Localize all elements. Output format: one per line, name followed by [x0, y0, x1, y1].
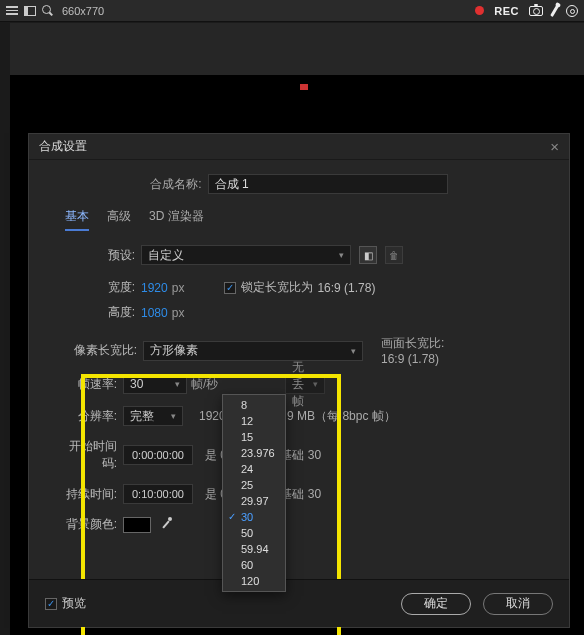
delete-preset-button[interactable]: 🗑	[385, 246, 403, 264]
resolution-label: 分辨率:	[57, 408, 117, 425]
width-label: 宽度:	[95, 279, 135, 296]
fps-option[interactable]: 60	[223, 557, 285, 573]
height-unit: px	[172, 306, 185, 320]
lock-aspect-label: 锁定长宽比为	[241, 279, 313, 296]
pixel-aspect-select[interactable]: 方形像素 ▾	[143, 341, 363, 361]
chevron-down-icon: ▾	[351, 346, 356, 356]
cancel-button[interactable]: 取消	[483, 593, 553, 615]
lock-aspect-checkbox[interactable]	[224, 282, 236, 294]
composition-settings-dialog: 合成设置 × 合成名称: 基本 高级 3D 渲染器 预设: 自定义 ▾ ◧ 🗑 …	[28, 133, 570, 628]
eyedropper-icon[interactable]	[159, 518, 173, 532]
fps-dropdown-list[interactable]: 8121523.976242529.97305059.9460120	[222, 394, 286, 592]
start-timecode-input[interactable]	[123, 445, 193, 465]
record-indicator-icon	[475, 6, 484, 15]
bgcolor-swatch[interactable]	[123, 517, 151, 533]
pixel-aspect-value: 方形像素	[150, 342, 198, 359]
frame-aspect-label: 画面长宽比:	[381, 335, 444, 352]
fps-value: 30	[130, 377, 143, 391]
fps-option[interactable]: 29.97	[223, 493, 285, 509]
lock-aspect-ratio: 16:9 (1.78)	[317, 281, 375, 295]
preview-label: 预览	[62, 595, 86, 612]
dialog-footer: 预览 确定 取消	[29, 579, 569, 627]
fps-option[interactable]: 15	[223, 429, 285, 445]
record-label[interactable]: REC	[494, 5, 519, 17]
frame-aspect-value: 16:9 (1.78)	[381, 352, 444, 366]
chevron-down-icon: ▾	[171, 411, 176, 421]
panel-icon[interactable]	[24, 6, 36, 16]
brush-icon[interactable]	[550, 5, 559, 17]
pixel-aspect-label: 像素长宽比:	[47, 342, 137, 359]
fps-option[interactable]: 12	[223, 413, 285, 429]
hamburger-icon[interactable]	[6, 6, 18, 15]
fps-option[interactable]: 30	[223, 509, 285, 525]
duration-label: 持续时间:	[57, 486, 117, 503]
playhead-marker-icon	[300, 84, 308, 90]
fps-option[interactable]: 25	[223, 477, 285, 493]
preset-select[interactable]: 自定义 ▾	[141, 245, 351, 265]
dialog-titlebar[interactable]: 合成设置 ×	[29, 134, 569, 160]
preview-checkbox[interactable]	[45, 598, 57, 610]
chevron-down-icon: ▾	[339, 250, 344, 260]
fps-unit-label: 帧/秒	[191, 376, 245, 393]
close-icon[interactable]: ×	[550, 138, 559, 155]
settings-icon[interactable]	[566, 5, 578, 17]
fps-label: 帧速率:	[57, 376, 117, 393]
dialog-tabs: 基本 高级 3D 渲染器	[47, 208, 551, 231]
comp-name-label: 合成名称:	[150, 176, 207, 193]
height-label: 高度:	[95, 304, 135, 321]
app-topbar: 660x770 REC	[0, 0, 584, 22]
fps-option[interactable]: 24	[223, 461, 285, 477]
resolution-value: 完整	[130, 408, 154, 425]
ok-button[interactable]: 确定	[401, 593, 471, 615]
chevron-down-icon: ▾	[313, 379, 318, 389]
preset-label: 预设:	[95, 247, 135, 264]
drop-frame-value: 无丢帧	[292, 359, 313, 410]
height-value[interactable]: 1080	[141, 306, 168, 320]
width-value[interactable]: 1920	[141, 281, 168, 295]
fps-option[interactable]: 50	[223, 525, 285, 541]
comp-name-input[interactable]	[208, 174, 448, 194]
duration-input[interactable]	[123, 484, 193, 504]
search-text[interactable]: 660x770	[62, 5, 104, 17]
fps-option[interactable]: 23.976	[223, 445, 285, 461]
drop-frame-select[interactable]: 无丢帧 ▾	[285, 374, 325, 394]
fps-option[interactable]: 120	[223, 573, 285, 589]
tab-advanced[interactable]: 高级	[107, 208, 131, 231]
tab-3d-renderer[interactable]: 3D 渲染器	[149, 208, 204, 231]
width-unit: px	[172, 281, 185, 295]
fps-option[interactable]: 59.94	[223, 541, 285, 557]
bgcolor-label: 背景颜色:	[57, 516, 117, 533]
save-preset-button[interactable]: ◧	[359, 246, 377, 264]
chevron-down-icon: ▾	[175, 379, 180, 389]
fps-select[interactable]: 30 ▾	[123, 374, 187, 394]
start-timecode-label: 开始时间码:	[57, 438, 117, 472]
fps-option[interactable]: 8	[223, 397, 285, 413]
search-icon[interactable]	[42, 5, 54, 17]
camera-icon[interactable]	[529, 6, 543, 16]
dialog-title: 合成设置	[39, 138, 87, 155]
resolution-select[interactable]: 完整 ▾	[123, 406, 183, 426]
tab-basic[interactable]: 基本	[65, 208, 89, 231]
preset-value: 自定义	[148, 247, 184, 264]
